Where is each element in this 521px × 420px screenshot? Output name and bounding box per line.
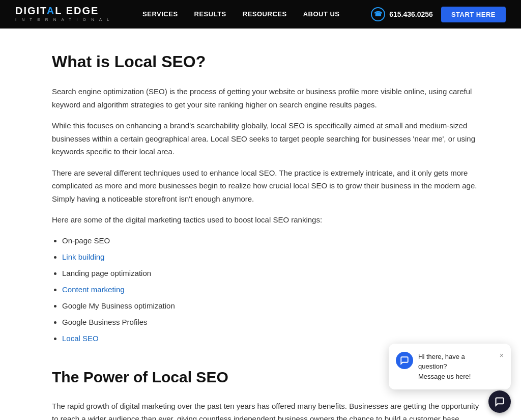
paragraph-1: Search engine optimization (SEO) is the …: [52, 85, 484, 111]
paragraph-3: There are several different techniques u…: [52, 166, 484, 206]
nav-right: ☎ 615.436.0256 START HERE: [371, 7, 506, 22]
chat-close-button[interactable]: ×: [500, 352, 504, 359]
section1-heading: What is Local SEO?: [52, 49, 484, 75]
nav-links: SERVICES RESULTS RESOURCES ABOUT US: [142, 9, 339, 20]
start-here-button[interactable]: START HERE: [441, 7, 506, 22]
list-item-content-marketing: Content marketing: [62, 284, 484, 296]
navbar: DIGITAL EDGE I N T E R N A T I O N A L S…: [0, 0, 521, 29]
list-item-link-building: Link building: [62, 251, 484, 263]
chat-message: Hi there, have a question? Message us he…: [418, 352, 495, 382]
chat-line1: Hi there, have a question?: [418, 352, 495, 372]
content-marketing-link[interactable]: Content marketing: [62, 285, 125, 294]
nav-item-results[interactable]: RESULTS: [194, 9, 226, 20]
list-item-google-my-business: Google My Business optimization: [62, 300, 484, 312]
logo-subtitle: I N T E R N A T I O N A L: [15, 17, 111, 23]
paragraph-4: Here are some of the digital marketing t…: [52, 213, 484, 227]
phone-number[interactable]: ☎ 615.436.0256: [371, 7, 433, 21]
nav-item-services[interactable]: SERVICES: [142, 9, 178, 20]
nav-item-about-us[interactable]: ABOUT US: [303, 9, 340, 20]
local-seo-link[interactable]: Local SEO: [62, 334, 99, 343]
link-building-link[interactable]: Link building: [62, 253, 104, 261]
chat-avatar: [396, 352, 413, 369]
chat-fab-button[interactable]: [488, 390, 511, 413]
list-item-on-page-seo: On-page SEO: [62, 235, 484, 247]
tactics-list: On-page SEO Link building Landing page o…: [62, 235, 484, 345]
paragraph-5: The rapid growth of digital marketing ov…: [52, 400, 484, 420]
nav-item-resources[interactable]: RESOURCES: [243, 9, 287, 20]
chat-widget: Hi there, have a question? Message us he…: [389, 344, 511, 390]
paragraph-2: While this focuses on enhancing a brand'…: [52, 119, 484, 158]
list-item-google-business-profiles: Google Business Profiles: [62, 316, 484, 328]
site-logo[interactable]: DIGITAL EDGE I N T E R N A T I O N A L: [15, 6, 111, 23]
logo-text: DIGITAL EDGE: [15, 6, 111, 16]
phone-icon: ☎: [371, 7, 385, 21]
list-item-landing-page: Landing page optimization: [62, 267, 484, 279]
list-item-local-seo: Local SEO: [62, 332, 484, 345]
phone-number-text: 615.436.0256: [389, 9, 433, 20]
chat-line2: Message us here!: [418, 372, 495, 382]
